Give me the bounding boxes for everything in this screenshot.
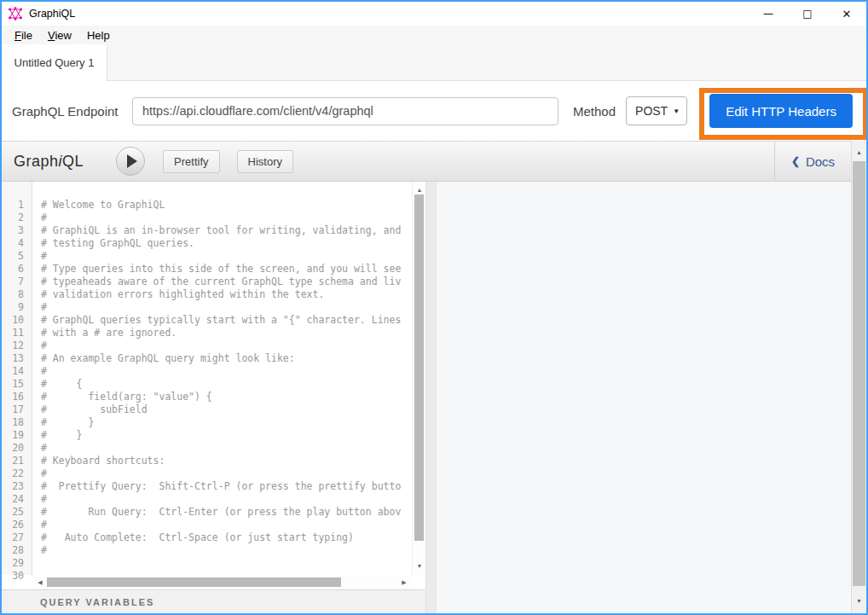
line-number: 21 [2, 455, 24, 467]
result-pane [437, 182, 851, 613]
line-number: 10 [2, 314, 24, 327]
method-label: Method [573, 104, 616, 119]
close-button[interactable]: ✕ [827, 2, 866, 26]
endpoint-input[interactable] [132, 97, 558, 125]
tab-untitled-query-1[interactable]: Untitled Query 1 [2, 44, 107, 81]
line-number: 25 [2, 506, 24, 519]
code-line[interactable]: # Keyboard shortcuts: [41, 455, 412, 467]
line-number: 2 [2, 212, 24, 224]
app-vertical-scrollbar[interactable]: ▲ ▼ [851, 141, 866, 613]
query-editor[interactable]: 1234567891011121314151617181920212223242… [2, 182, 425, 575]
line-number: 8 [2, 288, 24, 301]
code-line[interactable]: # [41, 212, 412, 224]
app-content: GraphiQL Prettify History ❮ Docs 1234567… [2, 141, 851, 613]
code-line[interactable] [41, 557, 412, 570]
line-number: 7 [2, 276, 24, 288]
pane-divider[interactable] [425, 182, 437, 613]
line-number: 19 [2, 429, 24, 442]
line-number: 28 [2, 544, 24, 557]
edit-http-headers-button[interactable]: Edit HTTP Headers [709, 94, 853, 128]
query-variables-bar[interactable]: QUERY VARIABLES [2, 589, 425, 613]
code-area[interactable]: # Welcome to GraphiQL## GraphiQL is an i… [32, 182, 412, 575]
tab-bar: Untitled Query 1 [2, 44, 866, 81]
editor-horizontal-scrollbar[interactable]: ◀ ▶ [32, 575, 412, 589]
code-line[interactable]: # GraphiQL is an in-browser tool for wri… [41, 224, 412, 237]
code-line[interactable]: # [41, 250, 412, 263]
app-window: GraphiQL — □ ✕ File View Help Untitled Q… [0, 0, 868, 615]
code-line[interactable]: # Type queries into this side of the scr… [41, 263, 412, 276]
line-number: 20 [2, 442, 24, 455]
code-line[interactable]: # Prettify Query: Shift-Ctrl-P (or press… [41, 480, 412, 493]
line-number: 27 [2, 531, 24, 544]
line-number: 14 [2, 365, 24, 378]
minimize-button[interactable]: — [749, 2, 788, 26]
docs-toggle[interactable]: ❮ Docs [791, 154, 835, 169]
query-pane: 1234567891011121314151617181920212223242… [2, 182, 425, 613]
line-number: 29 [2, 557, 24, 570]
scroll-left-icon[interactable]: ◀ [34, 575, 46, 589]
line-number: 17 [2, 403, 24, 416]
line-number: 5 [2, 250, 24, 263]
menu-view[interactable]: View [40, 27, 79, 44]
app-scroll-thumb[interactable] [853, 161, 865, 586]
execute-query-button[interactable] [116, 147, 145, 176]
scroll-up-icon[interactable]: ▲ [413, 183, 426, 195]
code-line[interactable]: # Auto Complete: Ctrl-Space (or just sta… [41, 531, 412, 544]
scroll-down-icon[interactable]: ▼ [852, 595, 866, 606]
code-line[interactable]: # [41, 493, 412, 506]
code-line[interactable]: # [41, 544, 412, 557]
history-button[interactable]: History [237, 150, 293, 173]
code-line[interactable]: # [41, 301, 412, 314]
editor-vertical-scrollbar[interactable]: ▲ ▼ [412, 182, 425, 575]
code-line[interactable]: # [41, 442, 412, 455]
line-number: 16 [2, 391, 24, 403]
graphiql-logo: GraphiQL [14, 153, 84, 171]
maximize-button[interactable]: □ [788, 2, 827, 26]
horizontal-scroll-thumb[interactable] [47, 577, 341, 587]
code-line[interactable]: # { [41, 378, 412, 391]
code-line[interactable]: # Welcome to GraphiQL [41, 199, 412, 212]
scroll-right-icon[interactable]: ▶ [398, 575, 410, 589]
method-select[interactable]: POST ▼ [626, 96, 687, 125]
code-line[interactable]: # [41, 519, 412, 531]
code-line[interactable]: # [41, 365, 412, 378]
line-number: 6 [2, 263, 24, 276]
dropdown-caret-icon: ▼ [673, 107, 680, 115]
graphql-logo-icon [9, 7, 22, 20]
scroll-up-icon[interactable]: ▲ [852, 146, 866, 158]
code-line[interactable]: # } [41, 429, 412, 442]
line-number: 12 [2, 339, 24, 352]
code-line[interactable]: # } [41, 416, 412, 429]
title-bar: GraphiQL — □ ✕ [2, 2, 866, 26]
vertical-scroll-thumb[interactable] [414, 194, 424, 541]
window-controls: — □ ✕ [749, 2, 866, 26]
line-number: 3 [2, 224, 24, 237]
menu-help[interactable]: Help [79, 27, 118, 44]
code-line[interactable]: # validation errors highlighted within t… [41, 288, 412, 301]
code-line[interactable]: # [41, 339, 412, 352]
code-line[interactable]: # field(arg: "value") { [41, 391, 412, 403]
docs-label: Docs [806, 154, 835, 169]
line-number: 22 [2, 467, 24, 480]
editor-hscroll-row: ◀ ▶ [2, 575, 425, 589]
prettify-button[interactable]: Prettify [163, 150, 219, 173]
line-number: 26 [2, 519, 24, 531]
tab-bar-filler [107, 44, 866, 81]
line-number: 13 [2, 352, 24, 365]
editor-panes: 1234567891011121314151617181920212223242… [2, 182, 851, 613]
menu-bar: File View Help [2, 26, 866, 44]
chevron-left-icon: ❮ [791, 155, 800, 167]
code-line[interactable]: # Run Query: Ctrl-Enter (or press the pl… [41, 506, 412, 519]
code-line[interactable]: # testing GraphQL queries. [41, 237, 412, 250]
app-body: GraphiQL Prettify History ❮ Docs 1234567… [2, 141, 866, 613]
code-line[interactable]: # typeaheads aware of the current GraphQ… [41, 276, 412, 288]
scrollbar-corner [412, 575, 425, 589]
code-line[interactable]: # An example GraphQL query might look li… [41, 352, 412, 365]
play-icon [127, 154, 137, 168]
menu-file[interactable]: File [7, 27, 40, 44]
code-line[interactable]: # GraphQL queries typically start with a… [41, 314, 412, 327]
code-line[interactable]: # subField [41, 403, 412, 416]
code-line[interactable]: # [41, 467, 412, 480]
code-line[interactable]: # with a # are ignored. [41, 327, 412, 339]
scroll-down-icon[interactable]: ▼ [413, 560, 426, 571]
